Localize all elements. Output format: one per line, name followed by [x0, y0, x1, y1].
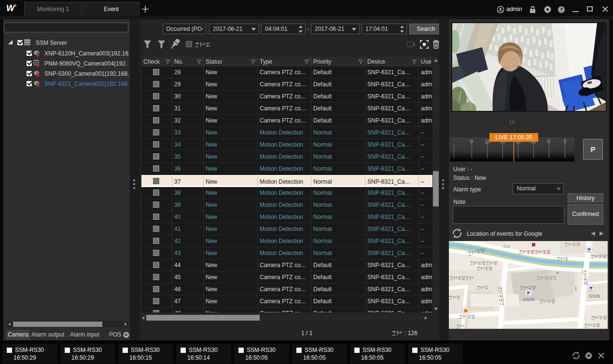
svg-text:0: 0 — [547, 139, 550, 144]
svg-text:?: ? — [560, 7, 563, 13]
svg-text:GS25: GS25 — [523, 297, 534, 302]
svg-text:CU: CU — [503, 244, 510, 249]
svg-text:GS25: GS25 — [589, 294, 600, 298]
svg-text:0: 0 — [470, 139, 473, 144]
svg-text:3: 3 — [563, 139, 566, 144]
